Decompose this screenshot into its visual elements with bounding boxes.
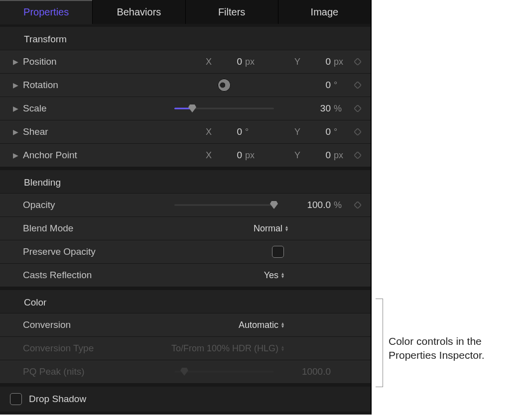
conversion-type-label: Conversion Type <box>23 343 113 354</box>
conversion-type-popup: To/From 100% HDR (HLG) ▴▾ <box>171 343 284 354</box>
row-shear: ▶ Shear X 0 ° Y 0 ° <box>0 120 371 144</box>
row-preserve-opacity: ▶ Preserve Opacity <box>0 240 371 264</box>
shear-x-field[interactable]: X 0 ° <box>174 126 259 137</box>
anchor-point-label: Anchor Point <box>23 150 113 161</box>
keyframe-diamond-icon[interactable] <box>351 58 365 65</box>
casts-reflection-popup[interactable]: Yes ▴▾ <box>264 270 284 281</box>
section-header-color: Color <box>0 287 371 313</box>
blend-mode-popup[interactable]: Normal ▴▾ <box>254 223 288 234</box>
row-opacity: ▶ Opacity 100.0 % <box>0 194 371 217</box>
row-blend-mode: ▶ Blend Mode Normal ▴▾ <box>0 217 371 240</box>
chevron-updown-icon: ▴▾ <box>281 345 284 351</box>
section-header-blending: Blending <box>0 167 371 194</box>
axis-y-label: Y <box>293 150 302 161</box>
row-conversion: ▶ Conversion Automatic ▴▾ <box>0 313 371 337</box>
row-scale: ▶ Scale 30 % <box>0 97 371 120</box>
tab-properties[interactable]: Properties <box>0 0 93 24</box>
keyframe-diamond-icon[interactable] <box>351 105 365 112</box>
position-label: Position <box>23 56 113 67</box>
axis-x-label: X <box>204 150 213 161</box>
scale-slider[interactable] <box>174 104 274 113</box>
tab-behaviors[interactable]: Behaviors <box>93 0 185 24</box>
disclosure-triangle-icon[interactable]: ▶ <box>11 81 20 89</box>
position-x-field[interactable]: X 0 px <box>174 56 259 67</box>
inspector-tabs: Properties Behaviors Filters Image <box>0 0 371 24</box>
section-header-transform: Transform <box>0 24 371 50</box>
anchor-y-field[interactable]: Y 0 px <box>263 150 348 161</box>
row-drop-shadow: Drop Shadow <box>0 384 371 415</box>
keyframe-diamond-icon[interactable] <box>351 152 365 159</box>
preserve-opacity-label: Preserve Opacity <box>23 246 113 257</box>
pq-peak-slider <box>174 367 274 377</box>
properties-inspector-panel: Properties Behaviors Filters Image Trans… <box>0 0 372 415</box>
row-rotation: ▶ Rotation 0 ° <box>0 74 371 97</box>
pq-peak-label: PQ Peak (nits) <box>23 366 113 377</box>
row-anchor-point: ▶ Anchor Point X 0 px Y 0 px <box>0 144 371 167</box>
disclosure-triangle-icon[interactable]: ▶ <box>11 151 20 159</box>
keyframe-diamond-icon[interactable] <box>351 202 365 208</box>
chevron-updown-icon: ▴▾ <box>281 272 284 278</box>
chevron-updown-icon: ▴▾ <box>285 225 288 231</box>
row-pq-peak: ▶ PQ Peak (nits) 1000.0 <box>0 360 371 384</box>
scale-label: Scale <box>23 103 113 114</box>
opacity-slider[interactable] <box>174 200 274 210</box>
anchor-x-field[interactable]: X 0 px <box>174 150 259 161</box>
callout-line2: Properties Inspector. <box>389 348 485 362</box>
keyframe-diamond-icon[interactable] <box>351 128 365 135</box>
chevron-updown-icon: ▴▾ <box>281 322 284 328</box>
opacity-label: Opacity <box>23 200 113 210</box>
bracket-icon <box>376 299 383 387</box>
drop-shadow-checkbox[interactable] <box>10 393 22 405</box>
axis-x-label: X <box>204 57 213 67</box>
axis-y-label: Y <box>293 57 302 67</box>
pq-peak-value: 1000.0 <box>302 366 331 377</box>
blend-mode-label: Blend Mode <box>23 223 113 234</box>
conversion-label: Conversion <box>23 319 113 330</box>
axis-y-label: Y <box>293 127 302 137</box>
shear-y-field[interactable]: Y 0 ° <box>263 126 348 137</box>
shear-label: Shear <box>23 126 113 137</box>
axis-x-label: X <box>204 127 213 137</box>
tab-filters[interactable]: Filters <box>186 0 278 24</box>
disclosure-triangle-icon[interactable]: ▶ <box>11 58 20 66</box>
rotation-dial[interactable] <box>218 79 231 92</box>
preserve-opacity-checkbox[interactable] <box>272 246 284 258</box>
position-y-field[interactable]: Y 0 px <box>263 56 348 67</box>
rotation-value-field[interactable]: 0 ° <box>278 80 348 91</box>
row-conversion-type: ▶ Conversion Type To/From 100% HDR (HLG)… <box>0 337 371 360</box>
disclosure-triangle-icon[interactable]: ▶ <box>11 128 20 136</box>
conversion-popup[interactable]: Automatic ▴▾ <box>239 320 284 330</box>
callout-line1: Color controls in the <box>389 334 485 348</box>
casts-reflection-label: Casts Reflection <box>23 270 113 281</box>
drop-shadow-label: Drop Shadow <box>29 394 86 405</box>
tab-image[interactable]: Image <box>278 0 371 24</box>
rotation-label: Rotation <box>23 80 113 91</box>
opacity-value-field[interactable]: 100.0 % <box>278 200 348 210</box>
row-casts-reflection: ▶ Casts Reflection Yes ▴▾ <box>0 264 371 287</box>
keyframe-diamond-icon[interactable] <box>351 82 365 89</box>
row-position: ▶ Position X 0 px Y 0 px <box>0 50 371 74</box>
disclosure-triangle-icon[interactable]: ▶ <box>11 104 20 112</box>
scale-value-field[interactable]: 30 % <box>278 103 348 114</box>
